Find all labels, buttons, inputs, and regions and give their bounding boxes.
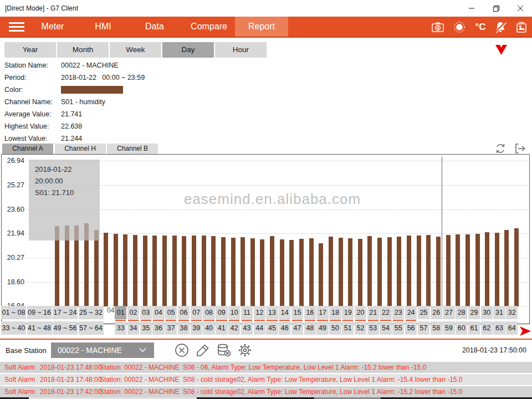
- data-bar[interactable]: [133, 235, 137, 306]
- channel-cell-40[interactable]: 40: [203, 321, 214, 335]
- tab-channel-a[interactable]: Channel A: [2, 144, 53, 154]
- data-bar[interactable]: [397, 237, 401, 306]
- x-range-cell[interactable]: 57 ~ 64: [79, 321, 104, 335]
- channel-cell-48[interactable]: 48: [304, 321, 316, 335]
- data-bar[interactable]: [426, 235, 431, 306]
- channel-cell-54[interactable]: 54: [380, 321, 391, 335]
- brightness-icon[interactable]: [453, 21, 466, 34]
- expand-filter-arrow[interactable]: [495, 44, 508, 55]
- data-bar[interactable]: [466, 234, 470, 306]
- channel-cell-50[interactable]: 50: [329, 321, 341, 335]
- menu-item-report[interactable]: Report: [235, 17, 288, 37]
- channel-cell-53[interactable]: 53: [367, 321, 379, 335]
- data-bar[interactable]: [377, 238, 382, 306]
- menu-item-hmi[interactable]: HMI: [86, 17, 120, 37]
- tab-channel-h[interactable]: Channel H: [55, 144, 106, 154]
- channel-cell-62[interactable]: 62: [481, 321, 493, 335]
- channel-cell-06[interactable]: 06: [178, 306, 190, 319]
- channel-cell-33[interactable]: 33: [115, 321, 126, 335]
- channel-cell-04[interactable]: 04: [152, 306, 164, 319]
- channel-cell-36[interactable]: 36: [152, 321, 164, 335]
- data-bar[interactable]: [514, 228, 519, 306]
- data-bar[interactable]: [182, 236, 186, 306]
- data-bar[interactable]: [339, 238, 343, 306]
- alarm-log-row[interactable]: Soft Alarm2018-01-23 17:48:00Station: 00…: [0, 374, 532, 385]
- channel-cell-22[interactable]: 22: [380, 306, 391, 319]
- data-bar[interactable]: [495, 233, 499, 306]
- channel-cell-21[interactable]: 21: [367, 306, 379, 319]
- channel-cell-61[interactable]: 61: [468, 321, 480, 335]
- export-icon[interactable]: [515, 143, 527, 154]
- channel-cell-55[interactable]: 55: [392, 321, 404, 335]
- data-bar[interactable]: [143, 236, 147, 306]
- edit-eraser-icon[interactable]: [196, 343, 210, 357]
- data-bar[interactable]: [221, 237, 226, 306]
- data-bar[interactable]: [123, 234, 127, 306]
- minimize-button[interactable]: [463, 3, 480, 13]
- channel-cell-42[interactable]: 42: [228, 321, 240, 335]
- channel-cell-01[interactable]: 01: [115, 306, 126, 319]
- x-range-cell[interactable]: 41 ~ 48: [27, 321, 52, 335]
- data-bar[interactable]: [289, 240, 294, 306]
- channel-cell-05[interactable]: 05: [165, 306, 177, 319]
- channel-cell-60[interactable]: 60: [456, 321, 467, 335]
- tab-day[interactable]: Day: [162, 42, 214, 58]
- channel-cell-03[interactable]: 03: [140, 306, 152, 319]
- channel-cell-07[interactable]: 07: [191, 306, 202, 319]
- channel-cell-58[interactable]: 58: [431, 321, 442, 335]
- data-bar[interactable]: [162, 236, 167, 306]
- data-bar[interactable]: [94, 230, 99, 306]
- channel-cell-38[interactable]: 38: [178, 321, 190, 335]
- x-range-cell[interactable]: 33 ~ 40: [1, 321, 26, 335]
- scroll-right-arrow[interactable]: [520, 326, 531, 336]
- channel-cell-26[interactable]: 26: [431, 306, 442, 319]
- channel-cell-34[interactable]: 34: [127, 321, 139, 335]
- data-bar[interactable]: [387, 237, 392, 306]
- menu-item-compare[interactable]: Compare: [186, 17, 232, 37]
- channel-cell-63[interactable]: 63: [493, 321, 505, 335]
- channel-cell-49[interactable]: 49: [316, 321, 328, 335]
- menu-item-meter[interactable]: Meter: [33, 17, 72, 37]
- clear-icon[interactable]: [175, 343, 189, 357]
- data-bar[interactable]: [446, 235, 451, 306]
- channel-cell-46[interactable]: 46: [279, 321, 290, 335]
- channel-cell-17[interactable]: 17: [316, 306, 328, 319]
- channel-cell-24[interactable]: 24: [405, 306, 417, 319]
- channel-cell-09[interactable]: 09: [216, 306, 227, 319]
- data-bar[interactable]: [104, 233, 108, 306]
- data-bar[interactable]: [114, 234, 118, 306]
- data-bar[interactable]: [152, 236, 157, 306]
- channel-cell-64[interactable]: 64: [506, 321, 518, 335]
- channel-cell-39[interactable]: 39: [191, 321, 202, 335]
- channel-cell-32[interactable]: 32: [506, 306, 518, 319]
- data-bar[interactable]: [172, 236, 177, 306]
- channel-cell-35[interactable]: 35: [140, 321, 152, 335]
- channel-cell-08[interactable]: 08: [203, 306, 214, 319]
- close-button[interactable]: [512, 3, 529, 13]
- channel-cell-59[interactable]: 59: [443, 321, 454, 335]
- channel-cell-18[interactable]: 18: [329, 306, 341, 319]
- channel-cell-19[interactable]: 19: [342, 306, 354, 319]
- x-range-cell[interactable]: 01 ~ 08: [1, 306, 26, 319]
- channel-cell-57[interactable]: 57: [418, 321, 429, 335]
- base-station-dropdown[interactable]: 00022 - MACHINE: [51, 342, 154, 358]
- data-bar[interactable]: [485, 232, 489, 306]
- tab-month[interactable]: Month: [57, 42, 109, 58]
- hamburger-menu-button[interactable]: [9, 22, 24, 32]
- settings-gear-icon[interactable]: [238, 343, 252, 357]
- alarm-mute-icon[interactable]: [494, 21, 507, 34]
- channel-cell-47[interactable]: 47: [291, 321, 303, 335]
- data-bar[interactable]: [436, 237, 441, 306]
- x-range-cell[interactable]: 17 ~ 24: [53, 306, 78, 319]
- data-bar[interactable]: [231, 238, 236, 306]
- data-bar[interactable]: [309, 238, 314, 306]
- tab-year[interactable]: Year: [4, 42, 56, 58]
- data-bar[interactable]: [367, 236, 372, 306]
- channel-cell-02[interactable]: 02: [127, 306, 139, 319]
- channel-cell-16[interactable]: 16: [304, 306, 316, 319]
- channel-cell-25[interactable]: 25: [418, 306, 429, 319]
- data-bar[interactable]: [260, 239, 264, 306]
- x-range-cell[interactable]: 49 ~ 56: [53, 321, 78, 335]
- channel-cell-29[interactable]: 29: [468, 306, 480, 319]
- channel-cell-56[interactable]: 56: [405, 321, 417, 335]
